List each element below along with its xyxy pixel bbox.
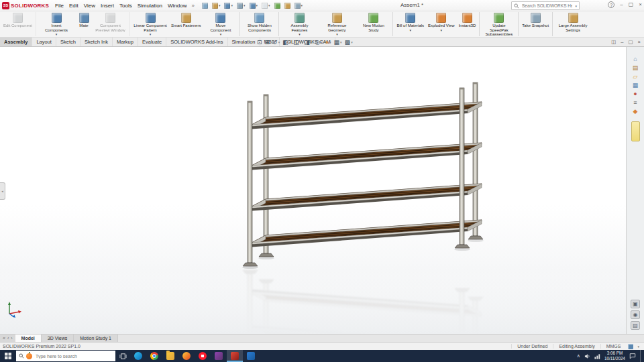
command-tab[interactable]: Markup [113,38,138,46]
command-tab[interactable]: Simulation [228,38,260,46]
command-tab[interactable]: Layout [32,38,56,46]
search-scope-caret-icon[interactable]: ▾ [575,4,577,8]
document-tab[interactable]: 3D Views [42,335,74,342]
taskbar-app[interactable] [195,350,211,362]
restore-window-icon[interactable]: ▢ [629,40,633,45]
taskbar-clock[interactable]: 3:06 PM 10/11/2024 [604,351,625,361]
graphics-area[interactable]: ◂ [0,47,626,334]
quick-toolbar-button[interactable] [223,1,234,10]
menu-item[interactable]: Insert [98,3,117,9]
apply-scene-icon[interactable]: ▦ [334,40,342,46]
command-tab[interactable]: SOLIDWORKS Add-Ins [166,38,227,46]
menu-item[interactable]: Simulation [135,3,165,9]
quick-toolbar-button[interactable] [293,1,305,10]
view-palette-icon[interactable]: ▦ [630,81,641,89]
ribbon-button[interactable]: Update SpeedPak Subassemblies [481,12,519,36]
ribbon-button[interactable]: Edit Component [1,12,36,36]
view-settings-icon[interactable]: ▩ [345,40,353,46]
status-item[interactable]: MMGS [600,344,627,349]
quick-toolbar-button[interactable] [248,1,260,10]
quick-toolbar-button[interactable] [283,1,292,10]
ribbon-button[interactable]: Take Snapshot [520,12,553,36]
network-icon[interactable] [594,353,600,359]
options-shortcut-icon[interactable]: ▤ [631,321,640,330]
split-view-icon[interactable]: ◫ [611,40,616,45]
show-desktop-button[interactable] [640,350,643,362]
taskbar-app[interactable] [211,350,227,362]
restore-icon[interactable]: ▢ [629,2,634,7]
quick-toolbar-button[interactable] [235,1,247,10]
status-item[interactable]: Under Defined [511,344,553,349]
magnify-icon[interactable]: ◉ [631,310,640,319]
previous-view-icon[interactable]: ↺ [272,40,280,46]
taskbar-search-box[interactable] [16,351,115,361]
taskbar-app[interactable] [130,350,146,362]
home-icon[interactable]: ⌂ [630,55,641,63]
ribbon-button[interactable]: Mate [75,12,93,36]
close-icon[interactable]: × [639,2,642,7]
command-tab[interactable]: Sketch Ink [80,38,113,46]
custom-properties-icon[interactable]: ≡ [630,99,641,107]
menu-item[interactable]: Edit [66,3,81,9]
section-view-icon[interactable]: ◧ [282,40,290,46]
help-icon[interactable]: ? [608,1,614,8]
start-button[interactable] [0,350,16,362]
shelf-assembly-3d-model[interactable] [0,47,626,334]
command-tab[interactable]: Evaluate [138,38,166,46]
design-library-icon[interactable]: ▤ [630,64,641,72]
hide-show-items-icon[interactable]: ◎ [315,40,322,46]
ribbon-button[interactable]: Exploded View [426,12,457,36]
taskbar-app[interactable] [227,350,243,362]
help-search-box[interactable]: ▾ [511,1,580,10]
featuremanager-collapsed-tab[interactable]: ◂ [0,182,5,200]
minimize-icon[interactable]: – [620,2,623,7]
quick-toolbar-button[interactable] [273,1,282,10]
ribbon-button[interactable]: Reference Geometry [318,12,356,36]
quick-toolbar-button[interactable] [211,1,222,10]
taskbar-search-input[interactable] [34,353,113,359]
command-tab[interactable]: Assembly [0,38,32,46]
close-window-icon[interactable]: × [638,40,641,45]
volume-icon[interactable] [584,353,590,359]
ribbon-button[interactable]: New Motion Study [356,12,393,36]
status-caret-icon[interactable]: ▾ [635,345,641,349]
ribbon-button[interactable]: Large Assembly Settings [554,12,592,36]
ribbon-button[interactable]: Component Preview Window [93,12,130,36]
taskbar-app[interactable] [178,350,195,362]
scroll-first-icon[interactable]: « [3,336,5,341]
ribbon-button[interactable]: Bill of Materials [394,12,426,36]
menu-overflow-chevron[interactable]: » [190,3,197,9]
document-tab[interactable]: Motion Study 1 [74,335,118,342]
ribbon-button[interactable]: Assembly Features [280,12,318,36]
document-tab[interactable]: Model [15,335,42,342]
file-explorer-icon[interactable]: ▱ [630,72,641,80]
display-style-icon[interactable]: ◨ [304,40,312,46]
zoom-to-fit-icon[interactable]: ⊡ [257,40,262,46]
pan-zoom-icon[interactable]: ▣ [631,300,640,308]
zoom-to-area-icon[interactable]: ⊞ [265,40,270,46]
scroll-left-icon[interactable]: ‹ [7,336,9,341]
ribbon-button[interactable]: Show Hidden Components [241,12,279,36]
quick-toolbar-button[interactable] [201,1,209,10]
tray-expand-icon[interactable]: ∧ [577,353,580,359]
menu-item[interactable]: File [52,3,66,9]
ribbon-button[interactable]: Linear Component Pattern [131,12,169,36]
appearances-icon[interactable]: ● [630,90,641,98]
action-center-icon[interactable] [629,353,636,359]
menu-item[interactable]: Tools [117,3,135,9]
ribbon-button[interactable]: Move Component [203,12,240,36]
ribbon-button[interactable]: Instant3D [457,12,480,36]
menu-item[interactable]: View [81,3,98,9]
task-view-button[interactable] [115,350,130,362]
scroll-right-icon[interactable]: › [11,336,12,341]
minimize-window-icon[interactable]: – [621,40,623,45]
taskbar-app[interactable] [146,350,162,362]
view-orientation-icon[interactable]: ◫ [293,40,301,46]
solidworks-resources-icon[interactable]: ◆ [630,107,641,115]
quick-toolbar-button[interactable] [260,1,272,10]
taskbar-app[interactable] [243,350,259,362]
task-pane-collapsed-tab[interactable] [631,121,640,141]
search-input[interactable] [521,3,574,9]
ribbon-button[interactable]: Insert Components [38,12,75,36]
taskbar-app[interactable] [162,350,178,362]
